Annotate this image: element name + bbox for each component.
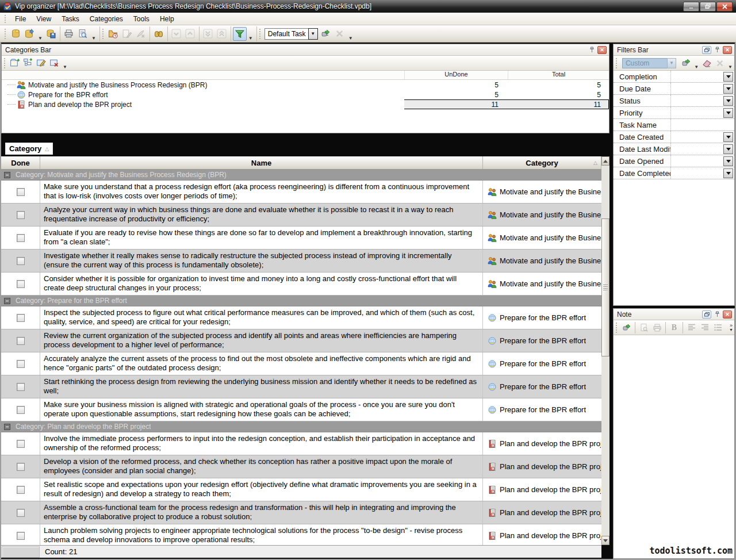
task-name-cell[interactable]: Assemble a cross-functional team for the… xyxy=(40,501,483,524)
filter-dropdown-button[interactable] xyxy=(723,72,733,82)
delete-category-button[interactable] xyxy=(48,57,61,70)
cancel-button[interactable] xyxy=(333,27,347,41)
task-row[interactable]: Involve the immediate process performers… xyxy=(1,432,601,455)
list-button[interactable] xyxy=(711,321,724,334)
task-type-dropdown[interactable]: ▼ xyxy=(308,28,318,40)
task-name-cell[interactable]: Consider whether it is possible for orga… xyxy=(40,273,483,295)
task-row[interactable]: Analyze your current way in which busine… xyxy=(1,204,601,227)
apply-filter-button[interactable] xyxy=(680,57,692,70)
pin-icon[interactable] xyxy=(712,46,722,54)
task-category-cell[interactable]: Motivate and justify the Business Proces… xyxy=(482,227,601,249)
search-button[interactable] xyxy=(152,27,166,41)
task-row[interactable]: Accurately analyze the current assets of… xyxy=(1,352,601,375)
task-checkbox[interactable] xyxy=(17,440,25,448)
grid-group-row[interactable]: Category: Motivate and justify the Busin… xyxy=(1,170,601,181)
task-row[interactable]: Inspect the subjected process to figure … xyxy=(1,306,601,329)
task-row[interactable]: Launch problem solving projects to engin… xyxy=(1,524,601,545)
move-to-top-button[interactable] xyxy=(215,27,229,41)
print-button[interactable] xyxy=(62,27,76,41)
task-category-cell[interactable]: 5 Plan and develop the BPR project xyxy=(482,478,601,501)
filters-toolbar-caret[interactable]: ▼ xyxy=(726,64,734,70)
task-checkbox[interactable] xyxy=(17,234,25,242)
open-database-button[interactable] xyxy=(22,27,36,41)
task-name-cell[interactable]: Investigate whether it really makes sens… xyxy=(40,250,483,272)
task-name-cell[interactable]: Make sure you understand that a process … xyxy=(40,181,483,203)
filter-preset-dropdown[interactable]: ▼ xyxy=(667,58,676,68)
task-row[interactable]: Set realistic scope and expectations upo… xyxy=(1,478,601,501)
task-type-combo[interactable]: Default Task ▼ xyxy=(264,28,318,40)
task-checkbox[interactable] xyxy=(17,257,25,265)
task-name-cell[interactable]: Make sure your business mission is align… xyxy=(40,398,483,421)
filter-value-field[interactable] xyxy=(670,95,723,106)
category-tree-row[interactable]: Prepare for the BPR effort 5 5 xyxy=(2,90,609,99)
undone-column-header[interactable]: UnDone xyxy=(404,71,508,79)
task-row[interactable]: Start rethinking the process design from… xyxy=(1,375,601,398)
scroll-down-icon[interactable] xyxy=(601,536,610,545)
task-row[interactable]: Make sure you understand that a process … xyxy=(1,181,601,204)
edit-task-button[interactable] xyxy=(120,27,134,41)
task-checkbox[interactable] xyxy=(17,360,25,368)
done-column-header[interactable]: Done xyxy=(1,156,40,169)
task-name-cell[interactable]: Accurately analyze the current assets of… xyxy=(40,352,483,375)
task-category-cell[interactable]: 5 Plan and develop the BPR project xyxy=(482,432,601,455)
bold-button[interactable]: B xyxy=(668,321,681,334)
task-category-cell[interactable]: 5 Plan and develop the BPR project xyxy=(482,501,601,524)
new-database-button[interactable] xyxy=(9,27,22,41)
collapse-group-icon[interactable] xyxy=(4,172,10,178)
name-column-header[interactable]: Name xyxy=(40,156,483,169)
apply-note-button[interactable] xyxy=(620,321,633,334)
filter-dropdown-caret[interactable]: ▼ xyxy=(247,36,255,41)
filter-preset-value[interactable]: Custom xyxy=(622,58,667,68)
apply-task-type-button[interactable] xyxy=(319,27,333,41)
menu-categories[interactable]: Categories xyxy=(85,13,128,25)
move-to-bottom-button[interactable] xyxy=(201,27,215,41)
pin-icon[interactable] xyxy=(712,310,722,319)
delete-task-button[interactable] xyxy=(134,27,148,41)
scroll-up-icon[interactable] xyxy=(601,156,610,166)
task-checkbox[interactable] xyxy=(17,532,25,540)
task-category-cell[interactable]: Prepare for the BPR effort xyxy=(482,306,601,329)
filter-value-field[interactable] xyxy=(670,83,723,94)
filter-value-field[interactable] xyxy=(670,71,723,82)
menu-tools[interactable]: Tools xyxy=(128,13,155,25)
task-checkbox[interactable] xyxy=(17,188,25,196)
filter-dropdown-button[interactable] xyxy=(723,96,733,106)
task-category-cell[interactable]: 5 Plan and develop the BPR project xyxy=(482,455,601,478)
toolbar-overflow-caret[interactable]: ▼ xyxy=(347,36,355,41)
move-up-button[interactable] xyxy=(183,27,197,41)
note-toolbar-overflow[interactable]: »▼ xyxy=(729,323,733,332)
task-checkbox[interactable] xyxy=(17,337,25,345)
collapse-group-icon[interactable] xyxy=(4,424,10,430)
erase-filter-button[interactable] xyxy=(700,57,713,70)
filter-value-field[interactable] xyxy=(670,119,734,131)
filter-preset-combo[interactable]: Custom ▼ xyxy=(622,58,676,68)
print-dropdown-caret[interactable]: ▼ xyxy=(90,36,98,41)
task-type-value[interactable]: Default Task xyxy=(264,28,308,40)
filter-value-field[interactable] xyxy=(670,143,723,155)
align-right-button[interactable] xyxy=(698,321,711,334)
categories-toolbar-caret[interactable]: ▼ xyxy=(61,64,69,70)
task-name-cell[interactable]: Set realistic scope and expectations upo… xyxy=(40,478,483,501)
print-note-button[interactable] xyxy=(650,321,664,334)
scroll-thumb[interactable] xyxy=(601,218,610,356)
task-name-cell[interactable]: Involve the immediate process performers… xyxy=(40,432,483,455)
preview-note-button[interactable] xyxy=(637,321,650,334)
task-category-cell[interactable]: Motivate and justify the Business Proces… xyxy=(482,250,601,272)
cancel-filter-button[interactable] xyxy=(714,57,726,70)
task-category-cell[interactable]: 5 Plan and develop the BPR project xyxy=(482,524,601,545)
task-name-cell[interactable]: Review the current organization of the s… xyxy=(40,329,483,352)
note-close-icon[interactable]: ✕ xyxy=(723,310,732,319)
new-category-button[interactable] xyxy=(8,57,21,70)
task-name-cell[interactable]: Inspect the subjected process to figure … xyxy=(40,306,483,329)
filter-dropdown-button[interactable] xyxy=(723,156,733,166)
task-row[interactable]: Consider whether it is possible for orga… xyxy=(1,273,601,296)
task-checkbox[interactable] xyxy=(17,383,25,391)
task-checkbox[interactable] xyxy=(17,406,25,414)
total-column-header[interactable]: Total xyxy=(508,71,609,79)
task-checkbox[interactable] xyxy=(17,509,25,517)
save-database-button[interactable] xyxy=(44,27,58,41)
filter-value-field[interactable] xyxy=(670,107,723,118)
menu-tasks[interactable]: Tasks xyxy=(56,13,85,25)
task-category-cell[interactable]: Prepare for the BPR effort xyxy=(482,352,601,375)
filter-value-field[interactable] xyxy=(670,155,723,167)
